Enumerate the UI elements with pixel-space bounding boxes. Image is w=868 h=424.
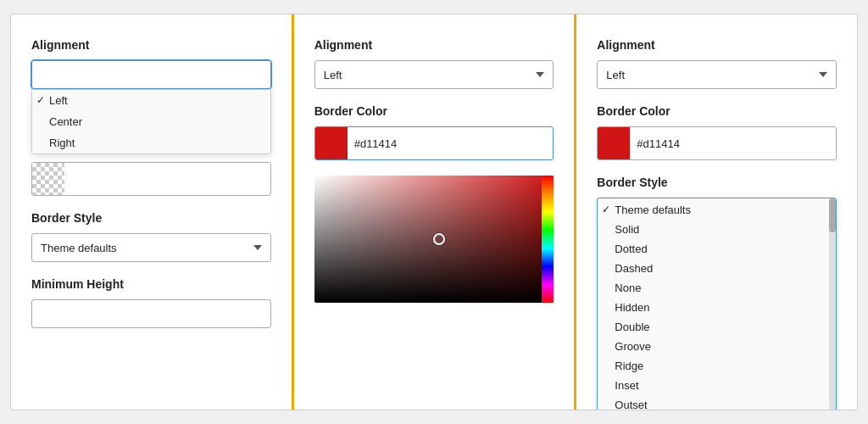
alignment-arrow-2	[536, 72, 544, 77]
alignment-dropdown-box-3[interactable]: Left	[597, 60, 837, 89]
color-hex-input-2[interactable]	[348, 137, 554, 150]
panel-2: Alignment Left Border Color	[294, 14, 575, 410]
border-color-label-3: Border Color	[597, 104, 837, 118]
border-style-option-outset[interactable]: Outset	[598, 395, 836, 410]
border-style-open-3[interactable]: Theme defaults Solid Dotted Dashed None …	[597, 198, 837, 410]
alignment-dropdown-box-1[interactable]	[31, 60, 271, 89]
border-style-label-1: Border Style	[31, 211, 271, 225]
border-style-option-none[interactable]: None	[598, 278, 836, 298]
color-swatch-2	[315, 127, 348, 159]
alignment-dropdown-1[interactable]: Left Center Right	[31, 60, 271, 89]
color-hue-strip-2[interactable]	[542, 176, 554, 303]
border-style-option-groove[interactable]: Groove	[598, 337, 836, 356]
border-style-option-theme-defaults[interactable]: Theme defaults	[598, 200, 836, 220]
border-style-dropdown-1[interactable]: Theme defaults	[31, 233, 271, 262]
alignment-option-center-1[interactable]: Center	[32, 111, 270, 132]
alignment-selected-2: Left	[324, 69, 342, 81]
panel-3: Alignment Left Border Color #d11414 Bord…	[576, 14, 857, 410]
border-color-row-3[interactable]: #d11414	[597, 126, 837, 160]
border-style-label-3: Border Style	[597, 176, 837, 189]
scrollbar-track-3[interactable]	[829, 198, 836, 410]
alignment-label-2: Alignment	[314, 38, 554, 52]
border-style-arrow-1	[253, 245, 262, 250]
border-style-option-double[interactable]: Double	[598, 317, 836, 337]
border-style-box-1[interactable]: Theme defaults	[31, 233, 271, 262]
border-color-label-2: Border Color	[314, 104, 554, 118]
alignment-option-left-1[interactable]: Left	[32, 90, 270, 111]
alignment-option-right-1[interactable]: Right	[32, 132, 270, 153]
min-height-label-1: Minimum Height	[31, 277, 271, 291]
border-style-option-solid[interactable]: Solid	[598, 220, 836, 239]
border-style-value-1: Theme defaults	[41, 242, 117, 254]
color-picker-popup-2[interactable]	[314, 176, 554, 303]
alignment-options-list-1: Left Center Right	[31, 89, 271, 154]
color-hex-display-3: #d11414	[630, 137, 687, 150]
border-style-option-dotted[interactable]: Dotted	[598, 239, 836, 259]
main-container: Alignment Left Center Right Border Color…	[10, 14, 858, 410]
alignment-arrow-3	[819, 72, 827, 77]
scrollbar-thumb-3[interactable]	[829, 198, 836, 232]
border-style-option-inset[interactable]: Inset	[598, 376, 836, 395]
alignment-selected-3: Left	[606, 69, 625, 81]
alignment-label-3: Alignment	[597, 38, 837, 52]
color-gradient-2[interactable]	[314, 176, 554, 303]
alignment-label-1: Alignment	[31, 38, 271, 52]
border-style-option-ridge[interactable]: Ridge	[598, 356, 836, 376]
alignment-dropdown-3[interactable]: Left	[597, 60, 837, 89]
border-style-option-dashed[interactable]: Dashed	[598, 259, 836, 278]
panel-1: Alignment Left Center Right Border Color…	[11, 14, 292, 410]
alignment-dropdown-box-2[interactable]: Left	[314, 60, 554, 89]
color-swatch-3	[598, 127, 630, 159]
border-color-row-1[interactable]	[31, 162, 271, 196]
border-style-option-hidden[interactable]: Hidden	[598, 298, 836, 317]
min-height-input-1[interactable]	[31, 299, 271, 328]
color-swatch-checker-1	[32, 163, 64, 195]
alignment-dropdown-2[interactable]: Left	[314, 60, 554, 89]
color-picker-area-2[interactable]	[314, 176, 554, 303]
border-color-row-2[interactable]	[314, 126, 554, 160]
color-picker-cursor-2[interactable]	[433, 233, 445, 245]
